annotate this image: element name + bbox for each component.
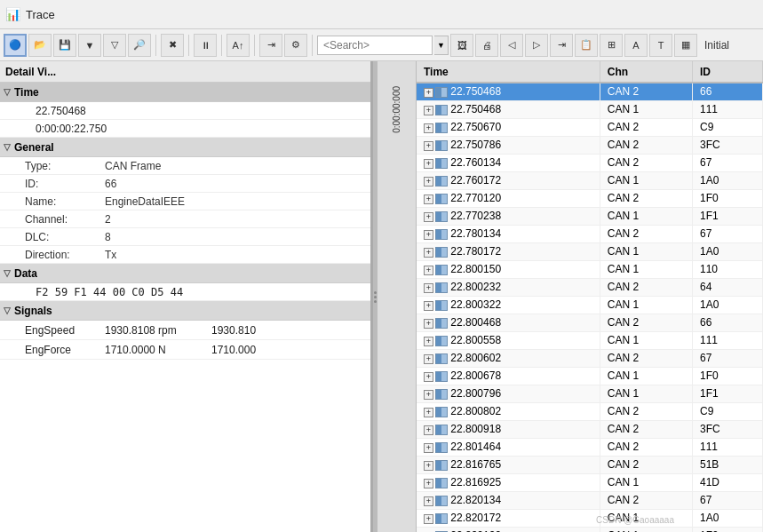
table-row[interactable]: + 22.816765 CAN 2 51B: [417, 456, 763, 473]
toolbar-wrap-button[interactable]: ⇥: [259, 34, 282, 57]
table-row[interactable]: + 22.800918 CAN 2 3FC: [417, 420, 763, 438]
signals-section-label: Signals: [14, 305, 52, 317]
trace-table-wrapper[interactable]: Time Chn ID + 22.750468 CAN 2 66 +: [417, 61, 763, 532]
expand-button[interactable]: +: [424, 195, 433, 204]
row-icon-group: +: [424, 211, 448, 222]
detail-header-text: Detail Vi...: [5, 66, 56, 78]
field-key: Name:: [25, 195, 105, 208]
toolbar-tb6-button[interactable]: 📋: [575, 34, 598, 57]
expand-button[interactable]: +: [424, 514, 433, 524]
toolbar-record-button[interactable]: 🔵: [4, 34, 27, 57]
row-time: + 22.770120: [417, 189, 600, 207]
general-section: ▽ General Type:CAN FrameID:66Name:Engine…: [0, 138, 370, 264]
data-bytes: F2 59 F1 44 00 C0 D5 44: [0, 283, 370, 301]
row-icon-group: +: [424, 371, 448, 382]
toolbar-tb3-button[interactable]: ◁: [500, 34, 523, 57]
table-row[interactable]: + 22.800558 CAN 1 111: [417, 331, 763, 349]
general-field-row: Channel:2: [0, 210, 370, 228]
expand-button[interactable]: +: [424, 283, 433, 293]
expand-button[interactable]: +: [424, 248, 433, 258]
table-row[interactable]: + 22.800468 CAN 2 66: [417, 314, 763, 331]
table-row[interactable]: + 22.760172 CAN 1 1A0: [417, 171, 763, 189]
expand-button[interactable]: +: [424, 177, 433, 187]
table-row[interactable]: + 22.816925 CAN 1 41D: [417, 473, 763, 491]
table-row[interactable]: + 22.750786 CAN 2 3FC: [417, 136, 763, 154]
toolbar-save-button[interactable]: 💾: [53, 34, 76, 57]
table-row[interactable]: + 22.800802 CAN 2 C9: [417, 402, 763, 420]
table-row[interactable]: + 22.800678 CAN 1 1F0: [417, 367, 763, 385]
expand-button[interactable]: +: [424, 106, 433, 115]
toolbar-tb8-button[interactable]: A: [624, 34, 648, 57]
toolbar-tb5-button[interactable]: ⇥: [550, 34, 573, 57]
table-row[interactable]: + 22.830120 CAN 1 1F0: [417, 527, 763, 532]
general-collapse-icon[interactable]: ▽: [4, 142, 11, 152]
expand-button[interactable]: +: [424, 354, 433, 364]
row-chn: CAN 1: [600, 367, 692, 385]
table-row[interactable]: + 22.750670 CAN 2 C9: [417, 118, 763, 136]
expand-button[interactable]: +: [424, 408, 433, 417]
expand-button[interactable]: +: [424, 88, 433, 98]
expand-button[interactable]: +: [424, 266, 433, 275]
expand-button[interactable]: +: [424, 123, 433, 133]
expand-button[interactable]: +: [424, 337, 433, 346]
expand-button[interactable]: +: [424, 230, 433, 240]
table-row[interactable]: + 22.800150 CAN 1 110: [417, 260, 763, 278]
expand-button[interactable]: +: [424, 212, 433, 222]
row-id: 1F1: [692, 385, 762, 402]
expand-button[interactable]: +: [424, 461, 433, 471]
data-collapse-icon[interactable]: ▽: [4, 268, 11, 278]
table-row[interactable]: + 22.800322 CAN 1 1A0: [417, 296, 763, 314]
time-collapse-icon[interactable]: ▽: [4, 87, 11, 97]
row-id: 1F0: [692, 189, 762, 207]
toolbar-tb7-button[interactable]: ⊞: [600, 34, 623, 57]
time-section: ▽ Time 22.750468 0:00:00:22.750: [0, 83, 370, 138]
expand-button[interactable]: +: [424, 425, 433, 435]
table-row[interactable]: + 22.820134 CAN 2 67: [417, 491, 763, 509]
toolbar-options-button[interactable]: ⚙: [284, 34, 307, 57]
general-field-row: Type:CAN Frame: [0, 157, 370, 175]
expand-button[interactable]: +: [424, 479, 433, 488]
table-row[interactable]: + 22.770238 CAN 1 1F1: [417, 207, 763, 225]
expand-button[interactable]: +: [424, 443, 433, 453]
toolbar-filter-button[interactable]: ▼: [78, 34, 101, 57]
toolbar-tb9-button[interactable]: T: [649, 34, 672, 57]
expand-button[interactable]: +: [424, 141, 433, 151]
toolbar-filter2-button[interactable]: ▽: [103, 34, 126, 57]
expand-button[interactable]: +: [424, 496, 433, 506]
signals-collapse-icon[interactable]: ▽: [4, 306, 11, 315]
expand-button[interactable]: +: [424, 372, 433, 382]
table-row[interactable]: + 22.780134 CAN 2 67: [417, 225, 763, 242]
expand-button[interactable]: +: [424, 159, 433, 169]
data-section-header: ▽ Data: [0, 264, 370, 283]
expand-button[interactable]: +: [424, 301, 433, 311]
row-icon-group: +: [424, 318, 448, 329]
toolbar-tb2-button[interactable]: 🖨: [475, 34, 498, 57]
toolbar-tb1-button[interactable]: 🖼: [450, 34, 473, 57]
table-row[interactable]: + 22.800602 CAN 2 67: [417, 349, 763, 367]
table-row[interactable]: + 22.820172 CAN 1 1A0: [417, 509, 763, 527]
toolbar-stop-button[interactable]: ✖: [161, 34, 184, 57]
table-row[interactable]: + 22.770120 CAN 2 1F0: [417, 189, 763, 207]
expand-button[interactable]: +: [424, 390, 433, 400]
toolbar-tb10-button[interactable]: ▦: [674, 34, 697, 57]
toolbar-tb4-button[interactable]: ▷: [525, 34, 548, 57]
table-row[interactable]: + 22.750468 CAN 1 111: [417, 100, 763, 118]
toolbar-asc-button[interactable]: A↑: [227, 34, 250, 57]
time-section-label: Time: [14, 86, 39, 99]
search-dropdown-button[interactable]: ▼: [434, 36, 449, 55]
toolbar-find-button[interactable]: 🔎: [128, 34, 151, 57]
row-time: + 22.800602: [417, 349, 600, 367]
toolbar-open-button[interactable]: 📂: [28, 34, 52, 57]
table-row[interactable]: + 22.800232 CAN 2 64: [417, 278, 763, 296]
toolbar-pause-button[interactable]: ⏸: [194, 34, 217, 57]
expand-button[interactable]: +: [424, 319, 433, 329]
row-time: + 22.800322: [417, 296, 600, 314]
search-input[interactable]: [317, 36, 433, 55]
table-row[interactable]: + 22.760134 CAN 2 67: [417, 154, 763, 171]
table-row[interactable]: + 22.780172 CAN 1 1A0: [417, 242, 763, 260]
table-row[interactable]: + 22.801464 CAN 2 111: [417, 438, 763, 456]
table-row[interactable]: + 22.750468 CAN 2 66: [417, 83, 763, 100]
table-row[interactable]: + 22.800796 CAN 1 1F1: [417, 385, 763, 402]
toolbar-sep-4: [254, 35, 255, 56]
message-icon: [435, 87, 448, 98]
